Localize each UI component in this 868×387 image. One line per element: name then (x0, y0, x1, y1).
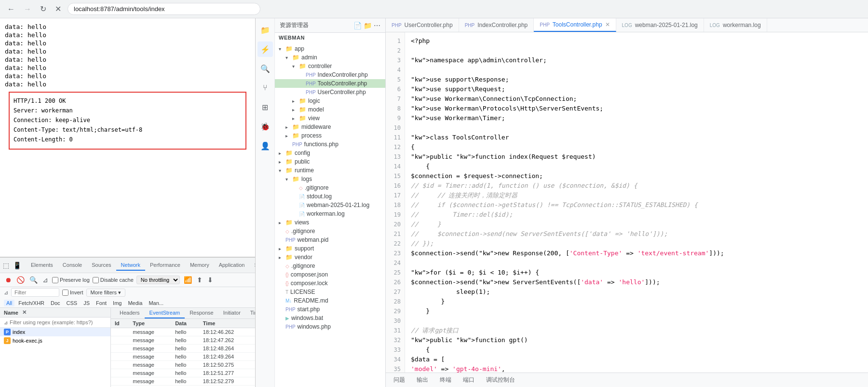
back-button[interactable]: ← (5, 4, 17, 14)
editor-tab[interactable]: LOGworkerman.log (704, 18, 767, 32)
list-item[interactable]: PHPIndexController.php (275, 70, 385, 79)
filter-img[interactable]: Img (110, 300, 124, 306)
request-item-hook-exec[interactable]: J hook-exec.js (0, 336, 110, 345)
throttle-select[interactable]: No throttling (136, 276, 180, 284)
files-icon-btn[interactable]: 📁 (258, 22, 273, 38)
list-item[interactable]: ◇.gitignore (275, 227, 385, 235)
refresh-button[interactable]: ↻ (38, 3, 49, 14)
filter-js[interactable]: JS (81, 300, 92, 306)
upload-icon[interactable]: ⬆ (196, 275, 203, 285)
list-item[interactable]: ◇.gitignore (275, 183, 385, 192)
more-actions-btn[interactable]: ⋯ (374, 22, 380, 29)
tab-application[interactable]: Application (214, 260, 250, 271)
list-item[interactable]: ▾📁controller (275, 62, 385, 70)
list-item[interactable]: ▸📁public (275, 157, 385, 166)
address-bar[interactable] (68, 3, 260, 15)
editor-tab[interactable]: PHPUserController.php (386, 18, 459, 32)
list-item[interactable]: PHPwindows.php (275, 322, 385, 331)
tab-elements[interactable]: Elements (26, 260, 58, 271)
list-item[interactable]: ▸📁vendor (275, 253, 385, 262)
detail-tab-headers[interactable]: Headers (115, 308, 145, 318)
list-item[interactable]: ▸📁view (275, 114, 385, 123)
list-item[interactable]: ▸📁support (275, 244, 385, 253)
search-icon-btn[interactable]: 🔍 (258, 61, 273, 76)
filter-css[interactable]: CSS (64, 300, 80, 306)
close-detail-icon[interactable]: ✕ (22, 309, 27, 316)
download-icon[interactable]: ⬇ (206, 275, 214, 285)
list-item[interactable]: 📄stdout.log (275, 192, 385, 201)
tab-network[interactable]: Network (116, 260, 145, 271)
bottom-tab-debug[interactable]: 调试控制台 (484, 375, 517, 385)
tab-close-button[interactable]: ✕ (605, 21, 610, 28)
inspect-icon[interactable]: ⬚ (2, 261, 10, 270)
list-item[interactable]: PHPwebman.pid (275, 235, 385, 244)
list-item[interactable]: {}composer.json (275, 270, 385, 279)
extensions-icon-btn[interactable]: ⊞ (258, 99, 273, 115)
filter-input[interactable] (11, 288, 59, 297)
list-item[interactable]: ▸📁model (275, 105, 385, 114)
invert-checkbox[interactable] (62, 290, 68, 296)
tab-memory[interactable]: Memory (185, 260, 214, 271)
new-folder-btn[interactable]: 📁 (364, 22, 372, 29)
bottom-tab-output[interactable]: 输出 (415, 375, 430, 385)
list-item[interactable]: TLICENSE (275, 288, 385, 296)
filter-man[interactable]: Man... (146, 300, 166, 306)
list-item[interactable]: ▶windows.bat (275, 314, 385, 322)
forward-button[interactable]: → (21, 4, 34, 14)
list-item[interactable]: 📄workerman.log (275, 209, 385, 218)
list-item[interactable]: ▾📁logs (275, 175, 385, 183)
record-button[interactable]: ⏺ (4, 275, 13, 285)
filter-fetchxhr[interactable]: Fetch/XHR (16, 300, 47, 306)
active-panel-icon-btn[interactable]: ⚡ (258, 41, 273, 57)
bottom-tab-problems[interactable]: 问题 (392, 375, 407, 385)
list-item[interactable]: ◇.gitignore (275, 262, 385, 270)
tab-security[interactable]: Security (249, 260, 255, 271)
bottom-tab-terminal[interactable]: 终端 (438, 375, 453, 385)
list-item[interactable]: PHPfunctions.php (275, 140, 385, 149)
detail-tab-eventstream[interactable]: EventStream (145, 308, 185, 318)
device-icon[interactable]: 📱 (12, 261, 22, 270)
search-button[interactable]: 🔍 (28, 275, 39, 285)
invert-label[interactable]: Invert (62, 290, 83, 296)
more-filters-button[interactable]: More filters ▾ (86, 289, 125, 297)
filter-all[interactable]: All (4, 300, 14, 306)
list-item[interactable]: ▸📁middleware (275, 123, 385, 131)
list-item[interactable]: ▾📁runtime (275, 166, 385, 175)
editor-tab[interactable]: PHPIndexController.php (459, 18, 534, 32)
filter-media[interactable]: Media (125, 300, 145, 306)
new-file-btn[interactable]: 📄 (353, 22, 362, 29)
preserve-log-checkbox[interactable] (52, 277, 58, 283)
bottom-tab-ports[interactable]: 端口 (461, 375, 476, 385)
list-item[interactable]: ▸📁logic (275, 97, 385, 105)
editor-tab[interactable]: LOGwebman-2025-01-21.log (616, 18, 704, 32)
filter-doc[interactable]: Doc (48, 300, 63, 306)
filter-font[interactable]: Font (94, 300, 109, 306)
detail-tab-timing[interactable]: Timing (245, 308, 255, 318)
list-item[interactable]: ▾📁admin (275, 53, 385, 62)
detail-tab-initiator[interactable]: Initiator (218, 308, 245, 318)
git-icon-btn[interactable]: ⑂ (258, 80, 273, 96)
debug-icon-btn[interactable]: 🐞 (258, 119, 273, 134)
tab-sources[interactable]: Sources (87, 260, 116, 271)
list-item[interactable]: ▾📁app (275, 44, 385, 53)
list-item[interactable]: PHPstart.php (275, 305, 385, 314)
detail-tab-response[interactable]: Response (185, 308, 218, 318)
disable-cache-label[interactable]: Disable cache (93, 277, 134, 283)
list-item[interactable]: PHPToolsController.php (275, 79, 385, 88)
list-item[interactable]: ▸📁config (275, 149, 385, 157)
list-item[interactable]: PHPUserController.php (275, 88, 385, 97)
regex-filter-input[interactable] (8, 318, 107, 326)
clear-button[interactable]: 🚫 (15, 275, 26, 285)
preserve-log-label[interactable]: Preserve log (52, 277, 90, 283)
filter-icon-btn[interactable]: ⊿ (41, 275, 49, 285)
tab-performance[interactable]: Performance (145, 260, 185, 271)
request-item-index[interactable]: P index (0, 328, 110, 336)
list-item[interactable]: ▸📁process (275, 131, 385, 140)
editor-tab[interactable]: PHPToolsController.php✕ (534, 18, 616, 32)
disable-cache-checkbox[interactable] (93, 277, 99, 283)
remote-icon-btn[interactable]: 👤 (258, 138, 273, 153)
close-tab-button[interactable]: ✕ (53, 3, 64, 14)
list-item[interactable]: {}composer.lock (275, 279, 385, 288)
tab-console[interactable]: Console (58, 260, 87, 271)
list-item[interactable]: 📄webman-2025-01-21.log (275, 201, 385, 209)
